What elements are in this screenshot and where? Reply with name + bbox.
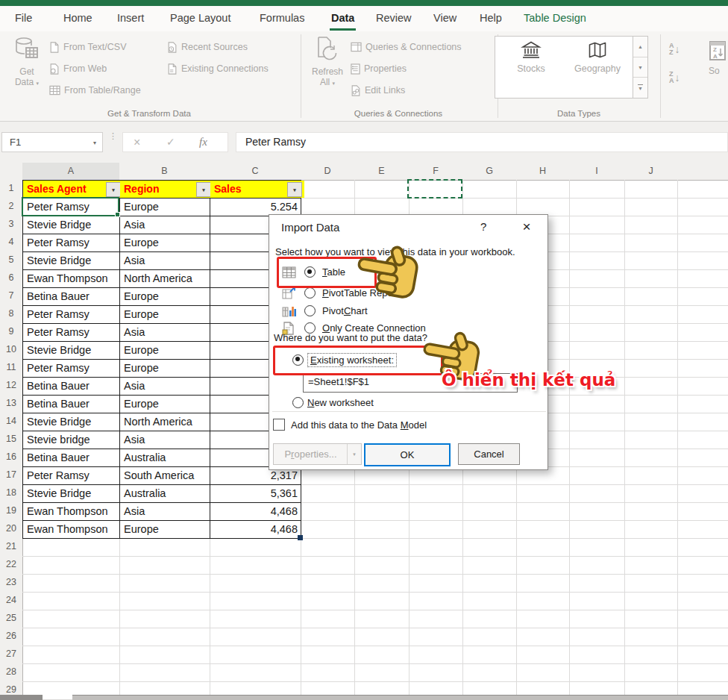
- cell-b19[interactable]: Asia: [121, 502, 211, 520]
- cell-b8[interactable]: Europe: [121, 305, 211, 323]
- row-header-27[interactable]: 27: [0, 646, 23, 664]
- filter-dropdown-button[interactable]: ▾: [106, 182, 121, 197]
- cell-b7[interactable]: Europe: [121, 287, 211, 305]
- row-header-20[interactable]: 20: [0, 520, 23, 539]
- properties-dialog-button[interactable]: Properties... ▾: [273, 443, 362, 465]
- cell-b5[interactable]: Asia: [121, 251, 211, 269]
- row-header-16[interactable]: 16: [0, 449, 23, 467]
- row-header-22[interactable]: 22: [0, 556, 23, 575]
- cancel-button[interactable]: Cancel: [458, 443, 520, 465]
- cell-a18[interactable]: Stevie Bridge: [24, 484, 121, 502]
- dialog-close-button[interactable]: ×: [505, 215, 548, 239]
- row-header-4[interactable]: 4: [0, 234, 23, 252]
- horizontal-scrollbar[interactable]: [72, 695, 728, 700]
- row-header-12[interactable]: 12: [0, 377, 23, 396]
- cell-b10[interactable]: Europe: [121, 341, 211, 359]
- row-header-28[interactable]: 28: [0, 663, 23, 682]
- data-model-option[interactable]: Add this data to the Data Model: [273, 417, 427, 432]
- cell-b2[interactable]: Europe: [121, 198, 211, 216]
- cell-b16[interactable]: Australia: [121, 449, 211, 466]
- cell-b9[interactable]: Asia: [121, 323, 211, 341]
- row-header-13[interactable]: 13: [0, 395, 23, 413]
- row-header-8[interactable]: 8: [0, 305, 23, 324]
- row-header-17[interactable]: 17: [0, 466, 23, 485]
- column-header-D[interactable]: D: [301, 163, 355, 181]
- column-header-H[interactable]: H: [516, 163, 570, 181]
- row-header-5[interactable]: 5: [0, 251, 23, 270]
- option-radio[interactable]: [304, 287, 316, 299]
- cell-a9[interactable]: Peter Ramsy: [24, 323, 121, 341]
- cell-b4[interactable]: Europe: [121, 234, 211, 251]
- column-header-B[interactable]: B: [119, 163, 210, 181]
- row-header-21[interactable]: 21: [0, 538, 23, 557]
- row-header-3[interactable]: 3: [0, 216, 23, 234]
- row-header-7[interactable]: 7: [0, 287, 23, 306]
- cell-a16[interactable]: Betina Bauer: [24, 449, 121, 466]
- table-header-cell-sales[interactable]: Sales▾: [210, 181, 304, 198]
- column-header-I[interactable]: I: [569, 163, 625, 181]
- table-header-cell-agent[interactable]: Sales Agent▾: [23, 181, 123, 198]
- cell-b3[interactable]: Asia: [121, 216, 211, 234]
- cell-a8[interactable]: Peter Ramsy: [24, 305, 121, 323]
- cell-a17[interactable]: Peter Ramsy: [24, 466, 121, 484]
- row-header-10[interactable]: 10: [0, 341, 23, 360]
- cell-b20[interactable]: Europe: [121, 520, 211, 538]
- cell-a13[interactable]: Betina Bauer: [24, 395, 121, 413]
- row-header-11[interactable]: 11: [0, 359, 23, 378]
- select-all-corner[interactable]: [0, 163, 23, 181]
- cell-a12[interactable]: Betina Bauer: [24, 377, 121, 395]
- properties-dropdown-icon[interactable]: ▾: [347, 444, 361, 464]
- column-header-A[interactable]: A: [22, 163, 120, 181]
- cell-c20[interactable]: 4,468: [211, 520, 300, 538]
- filter-dropdown-button[interactable]: ▾: [196, 182, 211, 197]
- filter-dropdown-button[interactable]: ▾: [287, 182, 302, 197]
- option-pivotchart[interactable]: PivotChart: [282, 303, 368, 319]
- row-header-6[interactable]: 6: [0, 269, 23, 288]
- cell-a11[interactable]: Peter Ramsy: [24, 359, 121, 377]
- table-header-cell-region[interactable]: Region▾: [120, 181, 213, 198]
- dialog-help-button[interactable]: ?: [480, 220, 486, 233]
- row-header-2[interactable]: 2: [0, 198, 23, 216]
- new-worksheet-option[interactable]: New worksheet: [286, 394, 374, 410]
- table-resize-handle[interactable]: [298, 535, 303, 540]
- row-header-1[interactable]: 1: [0, 180, 23, 199]
- cell-a10[interactable]: Stevie Bridge: [24, 341, 121, 359]
- cell-b11[interactable]: Europe: [121, 359, 211, 377]
- cell-b12[interactable]: Asia: [121, 377, 211, 395]
- row-header-26[interactable]: 26: [0, 628, 23, 646]
- cell-a19[interactable]: Ewan Thompson: [24, 502, 121, 520]
- column-header-k[interactable]: [677, 163, 728, 181]
- row-header-19[interactable]: 19: [0, 502, 23, 521]
- column-header-C[interactable]: C: [210, 163, 301, 181]
- row-header-15[interactable]: 15: [0, 431, 23, 449]
- cell-a20[interactable]: Ewan Thompson: [24, 520, 121, 538]
- cell-c2[interactable]: 5.254: [211, 198, 300, 216]
- ok-button[interactable]: OK: [364, 443, 451, 466]
- cell-a6[interactable]: Ewan Thompson: [24, 269, 121, 287]
- cell-a4[interactable]: Peter Ramsy: [24, 234, 121, 251]
- cell-a5[interactable]: Stevie Bridge: [24, 251, 121, 269]
- column-header-G[interactable]: G: [462, 163, 517, 181]
- row-header-18[interactable]: 18: [0, 484, 23, 503]
- cell-b13[interactable]: Europe: [121, 395, 211, 413]
- column-header-J[interactable]: J: [624, 163, 678, 181]
- option-radio[interactable]: [304, 305, 316, 316]
- cell-b14[interactable]: North America: [121, 413, 211, 431]
- row-header-14[interactable]: 14: [0, 413, 23, 431]
- cell-b6[interactable]: North America: [121, 269, 211, 287]
- cell-a3[interactable]: Stevie Bridge: [24, 216, 121, 234]
- column-header-F[interactable]: F: [409, 163, 463, 181]
- data-model-checkbox[interactable]: [273, 419, 285, 431]
- cell-b18[interactable]: Australia: [121, 484, 211, 502]
- cell-b15[interactable]: Asia: [121, 431, 211, 449]
- cell-a15[interactable]: Stevie bridge: [24, 431, 121, 449]
- row-header-24[interactable]: 24: [0, 592, 23, 610]
- row-header-23[interactable]: 23: [0, 574, 23, 593]
- row-header-25[interactable]: 25: [0, 610, 23, 628]
- cell-b17[interactable]: South America: [121, 466, 211, 484]
- column-header-E[interactable]: E: [354, 163, 410, 181]
- cell-c19[interactable]: 4,468: [211, 502, 300, 520]
- row-header-9[interactable]: 9: [0, 323, 23, 342]
- cell-a14[interactable]: Stevie Bridge: [24, 413, 121, 431]
- cell-a7[interactable]: Betina Bauer: [24, 287, 121, 305]
